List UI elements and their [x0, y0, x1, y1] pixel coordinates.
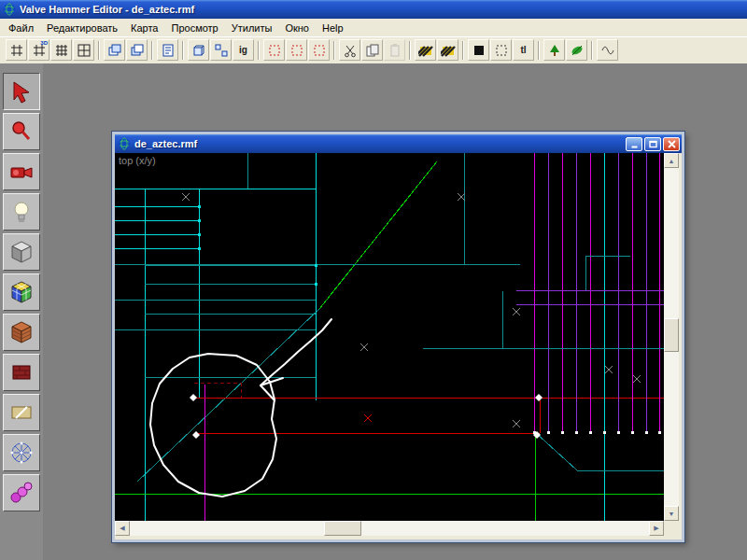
- vertex-tool[interactable]: [3, 434, 40, 471]
- spline-tool-button[interactable]: [597, 39, 618, 61]
- grid-smaller-button[interactable]: [50, 39, 72, 61]
- toolbar-group: ig: [188, 39, 254, 61]
- child-title-bar[interactable]: de_aztec.rmf: [115, 134, 682, 153]
- arrow-icon: [8, 78, 35, 105]
- toolbar-group: [157, 39, 178, 61]
- copy-button[interactable]: [361, 39, 383, 61]
- toolbar-separator: [538, 41, 540, 60]
- paste-icon: [388, 43, 402, 58]
- toolbar-separator: [462, 41, 464, 60]
- toolbar-group: [339, 39, 405, 61]
- horizontal-scrollbar[interactable]: ◀ ▶: [115, 521, 664, 536]
- scroll-left-button[interactable]: ◀: [115, 521, 130, 536]
- toolbar-separator: [151, 41, 153, 60]
- menu-item-map[interactable]: Карта: [124, 21, 164, 35]
- copy-icon: [365, 43, 380, 58]
- cordon-edit-button[interactable]: [437, 39, 458, 61]
- block-tool[interactable]: [3, 233, 40, 271]
- app-globe-icon: [3, 3, 16, 16]
- rubik-icon: [8, 279, 35, 305]
- menu-item-view[interactable]: Просмотр: [164, 21, 224, 35]
- viewport-2d-top[interactable]: top (x/y): [115, 153, 664, 521]
- ignore-groups-button[interactable]: ig: [233, 39, 254, 61]
- toggle-3d-grid-button[interactable]: 3D: [28, 39, 49, 61]
- hollow-button[interactable]: [263, 39, 285, 61]
- load-window-state-button[interactable]: [104, 39, 125, 61]
- toolbar-separator: [591, 41, 593, 60]
- select-inside-button[interactable]: [490, 39, 512, 61]
- select-touching-icon: [472, 43, 486, 58]
- selection-tool[interactable]: [3, 73, 40, 110]
- toggle-grid-icon: [9, 43, 24, 58]
- toolbar-group: tl: [468, 39, 534, 61]
- camera-tool[interactable]: [3, 153, 40, 190]
- cube-icon: [8, 239, 35, 265]
- spline-tool-icon: [600, 43, 615, 58]
- apply-texture-tool[interactable]: [3, 314, 40, 351]
- clip-tool[interactable]: [3, 394, 40, 431]
- menu-item-help[interactable]: Help: [316, 21, 350, 35]
- minimize-button[interactable]: [626, 137, 642, 151]
- menu-item-window[interactable]: Окно: [278, 21, 316, 35]
- map-properties-icon: [161, 43, 176, 58]
- camera-icon: [8, 159, 35, 185]
- title-bar[interactable]: Valve Hammer Editor - de_aztec.rmf: [0, 0, 747, 19]
- decal-icon: [8, 359, 35, 385]
- save-window-state-button[interactable]: [126, 39, 148, 61]
- menu-item-edit[interactable]: Редактировать: [40, 21, 124, 35]
- run-map-button[interactable]: [543, 39, 565, 61]
- horizontal-scroll-thumb[interactable]: [324, 521, 361, 536]
- group-selected-icon: [191, 43, 206, 58]
- make-solid-button[interactable]: [308, 39, 330, 61]
- toggle-detail-button[interactable]: [566, 39, 587, 61]
- save-window-state-icon: [130, 43, 145, 58]
- magnifier-icon: [8, 119, 35, 145]
- entity-tool[interactable]: [3, 193, 40, 231]
- toolbar-separator: [409, 41, 411, 60]
- toggle-detail-icon: [570, 43, 585, 58]
- load-window-state-icon: [107, 43, 122, 58]
- toggle-3d-grid-badge: 3D: [40, 40, 48, 46]
- viewport-label: top (x/y): [119, 155, 156, 166]
- group-selected-button[interactable]: [188, 39, 209, 61]
- menu-item-utilities[interactable]: Утилиты: [225, 21, 279, 35]
- decal-tool[interactable]: [3, 354, 40, 391]
- scroll-right-button[interactable]: ▶: [649, 521, 664, 536]
- toolbar-separator: [98, 41, 100, 60]
- toggle-grid-button[interactable]: [6, 39, 27, 61]
- toolbar-separator: [333, 41, 335, 60]
- map-properties-button[interactable]: [157, 39, 178, 61]
- path-tool[interactable]: [3, 474, 40, 511]
- vertical-scrollbar[interactable]: ▲ ▼: [664, 153, 679, 521]
- bulb-icon: [8, 199, 35, 225]
- texture-application-tool[interactable]: [3, 273, 40, 311]
- magnify-tool[interactable]: [3, 113, 40, 150]
- menu-item-file[interactable]: Файл: [2, 21, 40, 35]
- vertical-scroll-thumb[interactable]: [664, 318, 679, 352]
- run-map-icon: [547, 43, 562, 58]
- toolbar-separator: [182, 41, 184, 60]
- cut-button[interactable]: [339, 39, 360, 61]
- select-inside-icon: [494, 43, 509, 58]
- valve-hammer-editor-window: Valve Hammer Editor - de_aztec.rmf ФайлР…: [0, 0, 747, 560]
- paste-button[interactable]: [384, 39, 405, 61]
- select-touching-button[interactable]: [468, 39, 489, 61]
- toolbar-group: [263, 39, 330, 61]
- window-title: Valve Hammer Editor - de_aztec.rmf: [20, 4, 194, 15]
- scroll-down-button[interactable]: ▼: [664, 506, 679, 521]
- maximize-button[interactable]: [644, 137, 661, 151]
- tool-sidebar: [0, 63, 43, 560]
- ignore-groups-label: ig: [239, 45, 247, 55]
- close-button[interactable]: [663, 137, 680, 151]
- bricks-icon: [8, 319, 35, 345]
- texture-lock-button[interactable]: tl: [513, 39, 534, 61]
- scroll-up-button[interactable]: ▲: [664, 153, 679, 168]
- viewport-canvas: [115, 153, 664, 521]
- cut-icon: [343, 43, 358, 58]
- grid-larger-button[interactable]: [73, 39, 94, 61]
- map-document-window: de_aztec.rmf top (x/y) ▲ ▼ ◀ ▶: [112, 132, 684, 542]
- child-window-title: de_aztec.rmf: [134, 138, 622, 149]
- ungroup-selected-button[interactable]: [210, 39, 232, 61]
- cordon-toggle-button[interactable]: [415, 39, 436, 61]
- carve-button[interactable]: [286, 39, 307, 61]
